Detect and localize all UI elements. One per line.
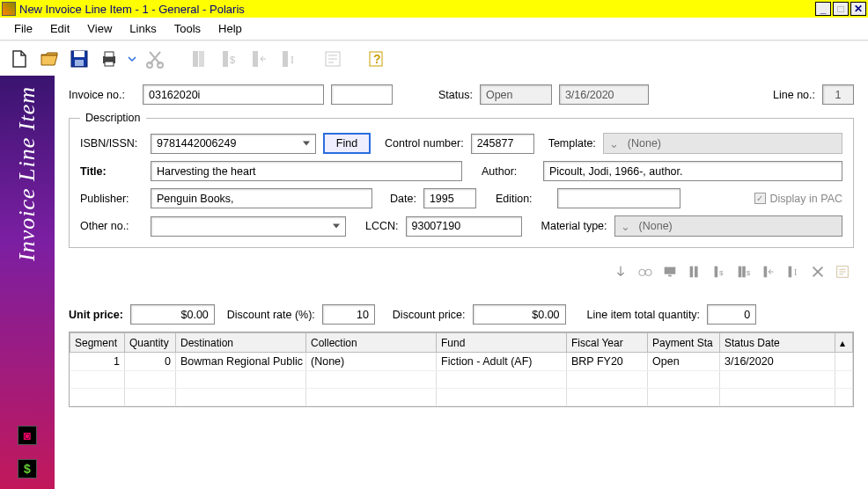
svg-point-19 <box>645 269 651 275</box>
menu-view[interactable]: View <box>78 18 121 39</box>
template-label: Template: <box>548 137 596 150</box>
menu-links[interactable]: Links <box>121 18 165 39</box>
delete-x-icon[interactable] <box>808 262 828 281</box>
material-type-dropdown[interactable]: ⌄ (None) <box>614 215 842 237</box>
col-collection[interactable]: Collection <box>306 333 437 353</box>
table-row[interactable]: 1 0 Bowman Regional Public (None) Fictio… <box>70 353 853 371</box>
material-type-label: Material type: <box>541 220 607 232</box>
col-fund[interactable]: Fund <box>437 333 567 353</box>
maximize-button[interactable]: □ <box>833 2 849 16</box>
title-bar: New Invoice Line Item - 1 - General - Po… <box>0 0 868 18</box>
book-arrow-icon[interactable] <box>759 262 778 281</box>
other-no-label: Other no.: <box>80 220 143 232</box>
svg-rect-8 <box>193 51 198 67</box>
edition-field[interactable] <box>557 188 680 208</box>
description-group: Description ISBN/ISSN: Find Control numb… <box>69 112 854 248</box>
author-label: Author: <box>482 165 536 178</box>
line-no-label: Line no.: <box>773 89 815 101</box>
other-no-field[interactable] <box>151 216 346 237</box>
stack-dollar-icon[interactable]: $ <box>734 262 754 281</box>
book-left-icon[interactable] <box>246 47 271 71</box>
form-icon[interactable] <box>320 47 345 71</box>
isbn-field[interactable] <box>151 134 316 154</box>
invoice-extra-field[interactable] <box>331 84 393 105</box>
book-dollar-icon[interactable]: $ <box>217 47 241 71</box>
menu-tools[interactable]: Tools <box>166 18 210 39</box>
date-label: Date: <box>390 193 416 205</box>
segment-toolbar: $ $ I <box>69 262 852 281</box>
discount-price-label: Discount price: <box>393 309 466 321</box>
svg-rect-24 <box>715 266 718 278</box>
svg-rect-22 <box>690 266 694 278</box>
properties-icon[interactable] <box>833 262 852 281</box>
close-button[interactable]: ✕ <box>850 2 866 16</box>
invoice-no-field[interactable] <box>143 84 324 105</box>
edition-label: Edition: <box>496 193 550 205</box>
author-field[interactable] <box>543 161 842 181</box>
col-payment-status[interactable]: Payment Sta <box>648 333 720 353</box>
status-value: Open <box>480 84 552 105</box>
svg-rect-4 <box>105 52 114 57</box>
svg-rect-10 <box>223 51 228 67</box>
window-title: New Invoice Line Item - 1 - General - Po… <box>19 3 813 16</box>
svg-rect-23 <box>695 266 698 278</box>
svg-rect-5 <box>105 62 114 66</box>
description-legend: Description <box>80 112 146 124</box>
svg-text:I: I <box>794 267 797 277</box>
book-i-icon[interactable]: I <box>276 47 301 71</box>
sidebar-view-2-icon[interactable]: $ <box>18 459 37 478</box>
date-field[interactable] <box>423 188 476 208</box>
status-date: 3/16/2020 <box>559 84 649 105</box>
scroll-up-icon[interactable]: ▴ <box>835 333 853 353</box>
new-file-icon[interactable] <box>7 47 32 71</box>
template-dropdown[interactable]: ⌄ (None) <box>603 133 842 154</box>
svg-text:$: $ <box>747 269 751 277</box>
menu-edit[interactable]: Edit <box>41 18 78 39</box>
unit-price-field[interactable] <box>130 304 215 325</box>
publisher-field[interactable] <box>151 188 372 208</box>
monitor-icon[interactable] <box>660 262 680 281</box>
table-row-empty <box>70 389 853 406</box>
find-button[interactable]: Find <box>323 133 371 154</box>
col-quantity[interactable]: Quantity <box>125 333 176 353</box>
line-qty-label: Line item total quantity: <box>587 309 701 321</box>
sidebar-view-1-icon[interactable]: ◙ <box>18 426 37 445</box>
svg-text:$: $ <box>719 269 724 277</box>
col-fiscal-year[interactable]: Fiscal Year <box>567 333 648 353</box>
menu-bar: File Edit View Links Tools Help <box>0 18 868 40</box>
books-icon[interactable] <box>685 262 704 281</box>
svg-rect-20 <box>665 267 676 274</box>
display-in-pac-checkbox[interactable]: ✓ Display in PAC <box>754 193 842 205</box>
cut-icon[interactable] <box>143 47 167 71</box>
save-disk-icon[interactable] <box>67 47 92 71</box>
binoculars-icon[interactable] <box>636 262 655 281</box>
control-number-field[interactable] <box>471 134 534 154</box>
status-label: Status: <box>438 89 473 101</box>
discount-rate-field[interactable] <box>322 304 375 325</box>
col-segment[interactable]: Segment <box>70 333 125 353</box>
svg-rect-27 <box>742 266 746 278</box>
book-info-icon[interactable]: I <box>783 262 803 281</box>
title-field[interactable] <box>151 161 462 181</box>
open-folder-icon[interactable] <box>37 47 62 71</box>
line-qty-field[interactable] <box>707 304 756 325</box>
minimize-button[interactable]: _ <box>815 2 831 16</box>
svg-rect-2 <box>75 60 84 66</box>
menu-file[interactable]: File <box>5 18 41 39</box>
print-icon[interactable] <box>97 47 121 71</box>
help-icon[interactable]: ? <box>364 47 389 71</box>
svg-rect-9 <box>199 51 204 67</box>
menu-help[interactable]: Help <box>210 18 251 39</box>
sidebar: Invoice Line Item ◙ $ <box>0 76 55 489</box>
book-dollar-small-icon[interactable]: $ <box>710 262 729 281</box>
svg-point-18 <box>639 269 645 275</box>
print-dropdown-icon[interactable] <box>127 47 137 71</box>
book-icon[interactable] <box>187 47 211 71</box>
col-destination[interactable]: Destination <box>176 333 306 353</box>
arrow-down-icon[interactable] <box>611 262 630 281</box>
discount-price-field[interactable] <box>473 304 566 325</box>
svg-text:?: ? <box>373 52 381 66</box>
col-status-date[interactable]: Status Date <box>720 333 835 353</box>
lccn-field[interactable] <box>406 216 522 237</box>
svg-rect-29 <box>764 266 768 278</box>
